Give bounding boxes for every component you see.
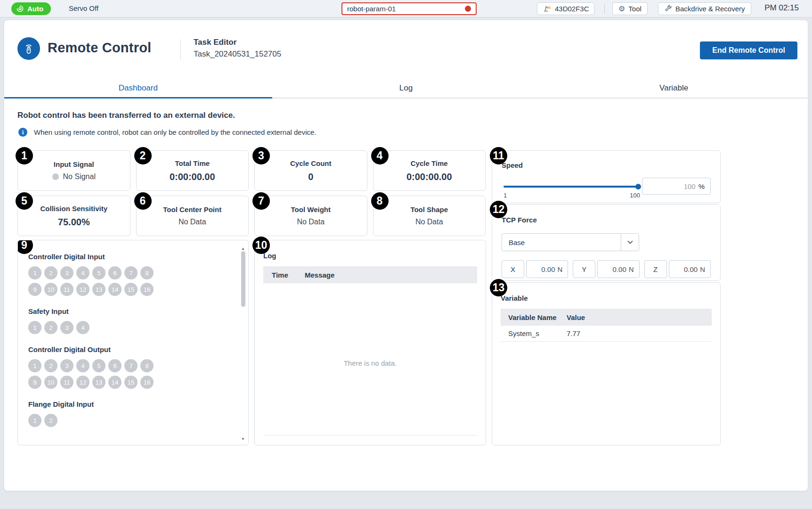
tab-label: Log [399, 83, 413, 93]
clock-label: PM 02:15 [764, 3, 799, 13]
stat-card-title: Tool Shape [410, 205, 448, 213]
axis-value: 0.00 [684, 265, 698, 273]
io-indicator-12: 12 [76, 283, 89, 296]
stat-card-total-time: 2Total Time0:00:00.00 [136, 150, 249, 191]
speed-value-input[interactable]: 100 % [642, 178, 711, 195]
io-group-label-safety-input: Safety Input [28, 307, 238, 315]
tcp-axis-y: Y0.00N [573, 260, 639, 278]
io-indicator-2: 2 [44, 359, 57, 372]
io-indicator-2: 2 [44, 266, 57, 279]
tab-variable[interactable]: Variable [540, 78, 808, 98]
tab-dashboard[interactable]: Dashboard [4, 78, 272, 98]
scroll-up-icon[interactable] [239, 243, 247, 252]
io-indicator-row: 12345678910111213141516 [28, 359, 158, 389]
annotation-badge-13: 13 [490, 279, 507, 296]
io-scrollbar[interactable] [239, 242, 247, 443]
robot-param-field[interactable]: robot-param-01 [341, 2, 477, 15]
speed-min-label: 1 [503, 192, 507, 199]
stat-card-value: No Signal [52, 172, 96, 181]
backdrive-recovery-button[interactable]: Backdrive & Recovery [658, 2, 751, 15]
annotation-badge-5: 5 [16, 192, 33, 210]
io-indicator-16: 16 [140, 283, 154, 296]
tool-button[interactable]: Tool [612, 2, 648, 15]
table-row[interactable]: System_s7.77 [501, 326, 712, 342]
log-panel: 10 Log Time Message There is no data. [254, 240, 486, 445]
stat-card-title: Tool Center Point [163, 205, 221, 213]
io-indicator-11: 11 [60, 376, 73, 389]
speed-slider-track[interactable] [503, 186, 640, 188]
tab-log[interactable]: Log [272, 78, 540, 98]
log-table-bottom-border [263, 435, 477, 435]
io-indicator-2: 2 [44, 414, 57, 427]
stat-card-title: Total Time [175, 159, 210, 167]
io-indicator-15: 15 [124, 376, 138, 389]
tool-button-label: Tool [628, 5, 641, 13]
variable-panel-title: Variable [501, 294, 712, 302]
axis-value-input[interactable]: 0.00N [526, 260, 568, 278]
io-indicator-2: 2 [44, 321, 57, 334]
scrollbar-thumb[interactable] [241, 251, 245, 307]
stat-card-value: No Data [415, 218, 443, 226]
tcp-axis-fields: X0.00NY0.00NZ0.00N [502, 260, 711, 278]
info-row: When using remote control, robot can onl… [18, 128, 317, 137]
stat-card-title: Cycle Time [411, 159, 448, 167]
io-indicator-3: 3 [60, 266, 73, 279]
page-title: Remote Control [48, 40, 151, 56]
annotation-badge-10: 10 [252, 237, 270, 254]
end-remote-control-button[interactable]: End Remote Control [700, 41, 797, 59]
remote-control-window: Remote Control Task Editor Task_20240531… [4, 20, 808, 491]
io-indicator-12: 12 [76, 376, 89, 389]
stat-card-title: Collision Sensitivity [40, 205, 107, 213]
io-group-label-flange-digital-input: Flange Digital Input [28, 400, 238, 408]
io-indicator-8: 8 [140, 359, 154, 372]
stat-card-value-text: 0:00:00.00 [170, 172, 215, 182]
speed-max-label: 100 [630, 192, 640, 199]
io-indicator-1: 1 [28, 414, 41, 427]
stat-card-value-text: 0 [308, 172, 313, 182]
tcp-panel-title: TCP Force [502, 216, 711, 224]
stat-card-title: Cycle Count [290, 159, 332, 167]
recording-dot-icon [465, 6, 471, 12]
speed-slider[interactable]: 1 100 [503, 186, 640, 199]
variable-table-header: Variable Name Value [501, 309, 712, 326]
scroll-down-icon[interactable] [239, 434, 247, 442]
speed-panel: 11 Speed 1 100 100 % [492, 150, 721, 203]
info-icon [18, 128, 27, 137]
io-indicator-7: 7 [124, 359, 138, 372]
io-indicator-10: 10 [44, 376, 57, 389]
mode-badge[interactable]: Auto [11, 2, 51, 15]
io-indicator-5: 5 [92, 359, 106, 372]
io-indicator-13: 13 [92, 376, 106, 389]
io-indicator-9: 9 [28, 376, 41, 389]
robot-id-label: 43D02F3C [555, 5, 589, 13]
robot-id-button[interactable]: 43D02F3C [537, 2, 594, 15]
chevron-down-icon[interactable] [621, 234, 639, 251]
axis-value-input[interactable]: 0.00N [669, 260, 711, 278]
speed-slider-handle[interactable] [635, 184, 641, 189]
io-indicator-4: 4 [76, 266, 89, 279]
annotation-badge-2: 2 [134, 147, 152, 164]
axis-unit: N [700, 265, 705, 273]
io-indicator-5: 5 [92, 266, 106, 279]
stat-card-value: 75.00% [58, 217, 90, 228]
axis-label: Y [573, 260, 595, 278]
annotation-badge-4: 4 [371, 147, 389, 164]
annotation-badge-11: 11 [490, 147, 507, 164]
variable-rows: System_s7.77 [501, 326, 712, 342]
io-indicator-row: 12345678910111213141516 [28, 266, 158, 296]
annotation-badge-3: 3 [252, 147, 270, 164]
axis-value-input[interactable]: 0.00N [597, 260, 639, 278]
io-indicator-6: 6 [108, 266, 122, 279]
stat-card-input-signal: 1Input SignalNo Signal [17, 150, 130, 191]
stat-card-value-text: No Data [297, 218, 325, 226]
log-panel-title: Log [263, 252, 477, 260]
stat-card-value: 0 [308, 172, 313, 182]
io-indicator-8: 8 [140, 266, 154, 279]
annotation-badge-9: 9 [17, 240, 33, 254]
stat-card-tool-center-point: 6Tool Center PointNo Data [136, 196, 249, 236]
tcp-frame-select[interactable]: Base [502, 233, 639, 251]
variable-panel: 13 Variable Variable Name Value System_s… [492, 282, 721, 445]
mode-badge-label: Auto [27, 5, 43, 13]
remote-control-icon [17, 37, 40, 60]
axis-label: Z [644, 260, 667, 278]
